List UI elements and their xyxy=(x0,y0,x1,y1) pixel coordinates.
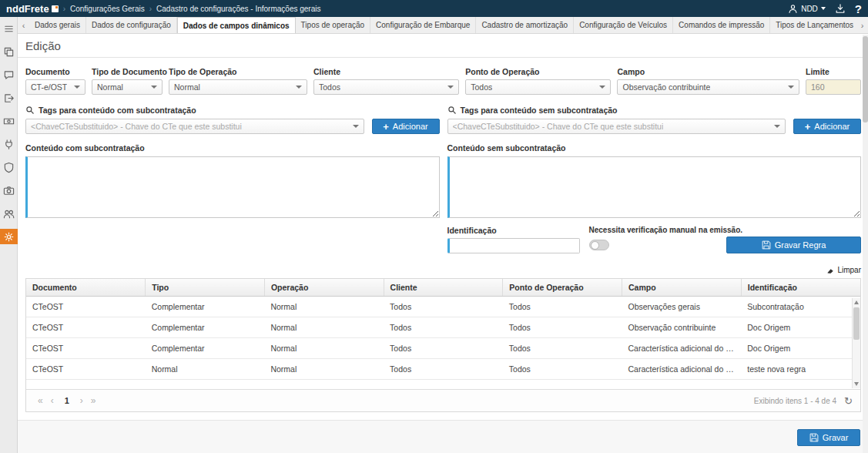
tab-comandos-de-impress-o[interactable]: Comandos de impressão xyxy=(673,17,770,33)
table-cell: Normal xyxy=(264,317,384,338)
chat-icon[interactable] xyxy=(0,67,18,82)
documento-select[interactable]: CT-e/OST xyxy=(25,79,85,95)
adicionar-com-button[interactable]: + Adicionar xyxy=(372,119,440,134)
adicionar-sem-button[interactable]: + Adicionar xyxy=(793,119,861,134)
table-cell: Característica adicional do transporte xyxy=(622,359,742,380)
users-icon[interactable] xyxy=(0,206,18,221)
refresh-icon[interactable]: ↻ xyxy=(844,396,853,406)
current-page[interactable]: 1 xyxy=(58,396,76,405)
tipo-operacao-select[interactable]: Normal xyxy=(169,79,307,95)
footer-bar: Gravar xyxy=(18,420,868,453)
chevron-down-icon xyxy=(447,86,454,89)
download-icon[interactable] xyxy=(835,3,846,14)
table-cell: Doc Origem xyxy=(741,317,860,338)
tab-scroll-left-icon[interactable]: ‹ xyxy=(18,17,29,33)
column-header[interactable]: Documento xyxy=(26,279,146,297)
table-header-row: DocumentoTipoOperaçãoClientePonto de Ope… xyxy=(26,279,860,297)
column-header[interactable]: Campo xyxy=(622,279,742,297)
breadcrumb-separator-icon: › xyxy=(63,5,65,13)
campo-select[interactable]: Observação contribuinte xyxy=(617,79,799,95)
tab-dados-de-campos-din-micos[interactable]: Dados de campos dinâmicos xyxy=(177,17,296,33)
tags-sem-select[interactable]: <ChaveCTeSubstituido> - Chave do CTe que… xyxy=(447,119,786,134)
tab-dados-gerais[interactable]: Dados gerais xyxy=(29,17,86,33)
table-scrollbar[interactable] xyxy=(852,298,860,388)
logo-icon xyxy=(52,5,59,12)
table-cell: CTeOST xyxy=(26,338,146,359)
tags-com-select[interactable]: <ChaveCTeSubstituido> - Chave do CTe que… xyxy=(25,119,364,134)
tab-dados-de-configura-o[interactable]: Dados de configuração xyxy=(86,17,177,33)
ponto-operacao-select[interactable]: Todos xyxy=(465,79,611,95)
scroll-down-icon[interactable] xyxy=(854,382,859,386)
scrollbar-thumb[interactable] xyxy=(853,307,860,340)
tipo-documento-select[interactable]: Normal xyxy=(92,79,163,95)
tab-tipos-de-lan-amentos[interactable]: Tipos de Lançamentos xyxy=(770,17,856,33)
chevron-down-icon xyxy=(788,86,794,89)
column-header[interactable]: Tipo xyxy=(146,279,265,297)
tab-configura-o-de-ve-culos[interactable]: Configuração de Veículos xyxy=(574,17,673,33)
scroll-up-icon[interactable] xyxy=(854,300,859,304)
table-cell: Todos xyxy=(384,359,503,380)
next-page-button[interactable]: › xyxy=(76,395,87,406)
settings-gear-icon[interactable] xyxy=(0,229,18,244)
tab-scroll-right-icon[interactable]: › xyxy=(856,17,868,33)
column-header[interactable]: Ponto de Operação xyxy=(503,279,622,297)
scrollbar-thumb[interactable] xyxy=(863,36,868,122)
table-cell: Subcontratação xyxy=(741,297,860,317)
tab-configura-o-de-embarque[interactable]: Configuração de Embarque xyxy=(370,17,476,33)
plug-icon[interactable] xyxy=(0,136,18,152)
logout-icon[interactable] xyxy=(0,90,18,106)
tags-sem-label: Tags para conteúdo sem subcontratação xyxy=(461,106,618,115)
help-icon[interactable]: ? xyxy=(855,3,862,15)
breadcrumb-item-cadastro-configuracoes[interactable]: Cadastro de configurações - Informações … xyxy=(156,5,320,13)
tab-cadastro-de-amortiza-o[interactable]: Cadastro de amortização xyxy=(476,17,574,33)
gravar-regra-button[interactable]: Gravar Regra xyxy=(726,237,861,253)
last-page-button[interactable]: » xyxy=(87,395,100,406)
copy-icon[interactable] xyxy=(0,44,18,59)
breadcrumb-item-configuracoes-gerais[interactable]: Configurações Gerais xyxy=(70,5,145,13)
user-menu[interactable]: NDD xyxy=(788,4,826,14)
money-icon[interactable] xyxy=(0,113,18,129)
table-row[interactable]: CTeOSTNormalNormalTodosTodosCaracterísti… xyxy=(26,359,860,380)
table-row[interactable]: CTeOSTComplementarNormalTodosTodosObserv… xyxy=(26,297,860,317)
conteudo-sem-label: Conteúdo sem subcontratação xyxy=(447,143,862,153)
table-cell: Todos xyxy=(503,297,622,317)
table-cell: Todos xyxy=(384,297,503,317)
table-cell: CTeOST xyxy=(26,359,146,380)
camera-icon[interactable] xyxy=(0,183,18,198)
page-title: Edição xyxy=(18,34,868,58)
user-icon xyxy=(788,4,798,14)
shield-icon[interactable] xyxy=(0,159,18,175)
column-header[interactable]: Cliente xyxy=(384,279,503,297)
table-cell: CTeOST xyxy=(26,317,146,338)
tipo-documento-label: Tipo de Documento xyxy=(92,67,163,76)
menu-icon[interactable] xyxy=(0,21,18,36)
pagination-status: Exibindo itens 1 - 4 de 4 xyxy=(754,397,836,405)
page-scrollbar[interactable] xyxy=(863,35,868,453)
tags-com-label: Tags para conteúdo com subcontratação xyxy=(39,106,196,115)
conteudo-com-textarea[interactable] xyxy=(25,156,440,218)
cliente-select[interactable]: Todos xyxy=(313,79,459,95)
verificacao-toggle[interactable] xyxy=(589,240,609,250)
pagination-bar: « ‹ 1 › » Exibindo itens 1 - 4 de 4 ↻ xyxy=(26,389,860,411)
table-row[interactable]: CTeOSTComplementarNormalTodosTodosCaract… xyxy=(26,338,860,359)
chevron-down-icon xyxy=(599,86,605,89)
sidebar xyxy=(0,17,18,453)
limite-label: Limite xyxy=(806,67,861,76)
limpar-button[interactable]: Limpar xyxy=(826,266,861,274)
table-row[interactable]: CTeOSTComplementarNormalTodosTodosObserv… xyxy=(26,317,860,338)
identificacao-input[interactable] xyxy=(447,238,580,253)
prev-page-button[interactable]: ‹ xyxy=(47,395,58,406)
table-cell: Doc Origem xyxy=(741,338,860,359)
conteudo-sem-textarea[interactable] xyxy=(447,156,862,218)
column-header[interactable]: Identificação xyxy=(741,279,860,297)
first-page-button[interactable]: « xyxy=(34,395,47,406)
plus-icon: + xyxy=(383,122,389,132)
rules-table: DocumentoTipoOperaçãoClientePonto de Ope… xyxy=(25,278,861,412)
toggle-knob-icon xyxy=(591,241,599,250)
table-cell: Todos xyxy=(384,317,503,338)
column-header[interactable]: Operação xyxy=(264,279,384,297)
verificacao-label: Necessita verificação manual na emissão. xyxy=(589,226,718,234)
gravar-button[interactable]: Gravar xyxy=(797,429,860,446)
tipo-operacao-label: Tipo de Operação xyxy=(169,67,307,76)
tab-tipos-de-opera-o[interactable]: Tipos de operação xyxy=(296,17,370,33)
